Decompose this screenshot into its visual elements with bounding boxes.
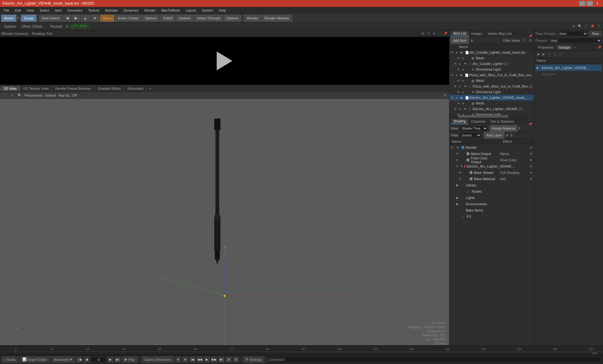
- list-item[interactable]: 👁 ● ▦ Mesh: [449, 100, 534, 106]
- list-item[interactable]: 👁 ● ☀ Directional Light: [449, 67, 534, 72]
- list-item[interactable]: 👁 ● ▦ Mesh: [449, 78, 534, 83]
- group-row[interactable]: ▶ Electric_Arc_Lighter_VEHHE...: [535, 65, 602, 71]
- render-play-area[interactable]: [0, 37, 449, 85]
- render-expand-icon[interactable]: ⛶: [437, 31, 442, 36]
- tab-images[interactable]: Images: [469, 31, 485, 36]
- menu-item-maxtomodo[interactable]: MaxToModo: [159, 8, 182, 13]
- items-button[interactable]: Items: [100, 15, 114, 22]
- shader-row[interactable]: ⬡ FX: [449, 213, 534, 220]
- item-list-content[interactable]: 👁 ● ▶ 📄 Arc_Candle_Lighter_modo_base.lxo…: [449, 50, 534, 115]
- menu-item-layout[interactable]: Layout: [183, 8, 198, 13]
- tab-vertex-map[interactable]: Vertex Map List: [485, 31, 514, 36]
- menu-item-edit[interactable]: Edit: [13, 8, 24, 13]
- list-item[interactable]: 👁 ● ☀ Directional Light: [449, 89, 534, 95]
- help-icon[interactable]: ?: [596, 24, 601, 29]
- expand-arrow-icon[interactable]: ▼: [464, 107, 468, 110]
- menu-item-animate[interactable]: Animate: [103, 8, 120, 13]
- vp-rot-btn[interactable]: ↺: [9, 93, 14, 98]
- frp-pin-btn[interactable]: 📌: [597, 45, 602, 50]
- list-item[interactable]: 👁 ● ▼ ⬡ Electric_Arc_Lighter_VEHHE (2): [449, 106, 534, 112]
- frp-square1-icon[interactable]: □: [547, 52, 552, 57]
- add-item-dropdown-icon[interactable]: ▼: [470, 39, 474, 42]
- passes-select[interactable]: (top): [549, 38, 602, 43]
- viewport-tab-add[interactable]: +: [147, 86, 153, 91]
- filter-s-btn[interactable]: S: [521, 38, 526, 43]
- expand-arrow-icon[interactable]: ▶: [461, 96, 464, 99]
- list-item[interactable]: 👁 ● ▶ 📄 Arc_Candle_Lighter_modo_base.lxo: [449, 50, 534, 55]
- expand-arrow-icon[interactable]: ▼: [464, 62, 468, 65]
- transport-icon9[interactable]: ⊟: [233, 356, 239, 363]
- shader-row[interactable]: ⬡ Nodes: [449, 188, 534, 195]
- menu-item-view[interactable]: View: [24, 8, 37, 13]
- render-button[interactable]: Render: [244, 15, 261, 22]
- expand-icon[interactable]: ⛶: [584, 24, 589, 29]
- gear-icon[interactable]: ⚙: [571, 24, 576, 29]
- shader-dropdown-icon[interactable]: ▼: [530, 152, 533, 156]
- nav-up-button[interactable]: ▲: [81, 15, 90, 22]
- expand-arrow-icon[interactable]: ▼: [456, 146, 460, 149]
- shader-dropdown-icon[interactable]: ▼: [530, 171, 533, 174]
- filter-icon-btn[interactable]: ⚙: [528, 38, 533, 43]
- group-expand-icon[interactable]: ▶: [537, 66, 541, 69]
- menu-item-select[interactable]: Select: [37, 8, 52, 13]
- viewport-canvas[interactable]: No Items Polygons : Catmull-Clark Channe…: [0, 99, 449, 345]
- render-search2-icon[interactable]: ⊕: [432, 31, 437, 36]
- tab-groups[interactable]: Groups: [556, 45, 573, 50]
- vp-expand-btn[interactable]: ⛶: [2, 93, 7, 98]
- play-button[interactable]: ▶ Play: [122, 356, 138, 363]
- shader-dropdown-icon[interactable]: ▼: [530, 165, 533, 168]
- shader-dropdown-icon[interactable]: ▼: [530, 177, 533, 181]
- effect-shad-item[interactable]: Effect: (Shad...: [19, 24, 47, 29]
- expand-arrow-icon[interactable]: ▼: [460, 165, 463, 168]
- render-rot-icon[interactable]: ↺: [426, 31, 431, 36]
- menu-item-geometry[interactable]: Geometry: [65, 8, 85, 13]
- expand-arrow-icon[interactable]: ▼: [464, 85, 468, 88]
- tab-uv-texture[interactable]: UV Texture View: [20, 86, 52, 91]
- vp-search-btn[interactable]: 🔍: [17, 93, 22, 98]
- pass-groups-select[interactable]: (top): [558, 31, 588, 36]
- st-options-button[interactable]: Options: [224, 15, 241, 22]
- far-right-content[interactable]: ▶ Electric_Arc_Lighter_VEHHE... No Items: [534, 63, 603, 345]
- skip-end-button[interactable]: ▶|: [115, 356, 121, 363]
- shader-row[interactable]: ▶ Library: [449, 182, 534, 188]
- expand-arrow-icon[interactable]: ▶: [461, 51, 464, 54]
- nav-left-button[interactable]: ◀: [63, 15, 71, 22]
- tab-3d-view[interactable]: 3D View: [1, 86, 20, 91]
- frp-square2-icon[interactable]: □: [552, 52, 557, 57]
- tab-channels[interactable]: Channels: [468, 119, 488, 124]
- prev-frame-button[interactable]: ◀: [84, 356, 90, 363]
- cache-deformers-button[interactable]: Cache Deformers: [141, 356, 174, 363]
- falloff-button[interactable]: Falloff: [160, 15, 175, 22]
- audio-button[interactable]: ♪ Audio: [1, 356, 19, 363]
- list-item[interactable]: 👁 ● ▶ 📄 Electric_Arc_Lighter_VEHHE_modo_…: [449, 95, 534, 100]
- ray-gl-label[interactable]: Ray GL: Off: [58, 94, 77, 97]
- filter-select[interactable]: (none): [459, 132, 481, 138]
- search-icon[interactable]: 🔍: [577, 24, 582, 29]
- shader-dropdown-icon[interactable]: ▼: [530, 146, 533, 149]
- vp-settings-icon[interactable]: ⚙: [442, 93, 447, 98]
- falloff-options-button[interactable]: Options: [176, 15, 193, 22]
- list-item[interactable]: 👁 ● ▼ ⬡ Arc_Candle_Lighter (2): [449, 61, 534, 67]
- tab-gradient[interactable]: Gradient Editor: [95, 86, 124, 91]
- menu-item-file[interactable]: File: [1, 8, 12, 13]
- list-item[interactable]: 👁 ● ☀ Directional Light: [449, 112, 534, 115]
- expand-arrow-icon[interactable]: ▶: [456, 202, 460, 206]
- add-layer-button[interactable]: Add Layer: [484, 132, 504, 139]
- tab-item-list[interactable]: Item List: [451, 31, 469, 36]
- select-through-button[interactable]: Select Through: [194, 15, 223, 22]
- transport-icon4[interactable]: ◀◀: [197, 356, 203, 363]
- shader-row[interactable]: Bake Items: [449, 207, 534, 213]
- tab-render-preset[interactable]: Render Preset Browser: [52, 86, 95, 91]
- transport-icon2[interactable]: ⊗: [182, 356, 188, 363]
- list-item[interactable]: 👁 ● ▦ Mesh: [449, 55, 534, 61]
- shader-row[interactable]: 👁 Base Material (all) ▼: [449, 176, 534, 182]
- animated-button[interactable]: Animated ▼: [51, 356, 75, 363]
- tab-shading[interactable]: Shading: [451, 119, 468, 124]
- menu-item-item[interactable]: Item: [52, 8, 64, 13]
- nav-right-button[interactable]: ▶: [72, 15, 80, 22]
- render-window-button[interactable]: Render Window: [262, 15, 292, 22]
- new-group-button[interactable]: New: [589, 31, 602, 36]
- transport-icon5[interactable]: ▶: [204, 356, 210, 363]
- mode-sculpt-button[interactable]: Sculpt: [21, 15, 36, 22]
- transport-icon7[interactable]: ▶|: [218, 356, 225, 363]
